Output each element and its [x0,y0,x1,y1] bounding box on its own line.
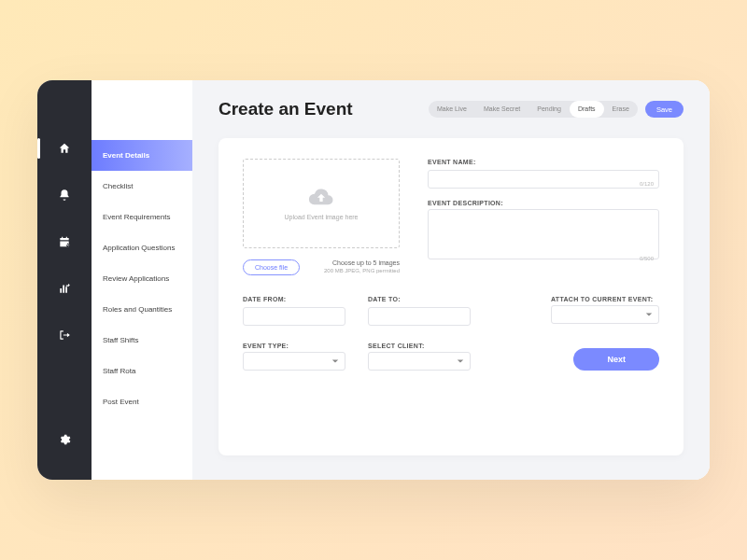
tab-erase[interactable]: Erase [604,101,638,118]
event-name-label: EVENT NAME: [428,159,659,165]
subnav-event-requirements[interactable]: Event Requirements [92,202,192,232]
event-desc-counter: 0/500 [640,256,654,261]
attach-col: ATTACH TO CURRENT EVENT: [551,296,659,326]
gear-icon [58,433,71,446]
upload-hint-sub: 200 MB JPEG, PNG permitted [324,268,400,273]
tab-make-secret[interactable]: Make Secret [475,101,529,118]
event-type-col: EVENT TYPE: [243,343,345,371]
date-from-col: DATE FROM: [243,296,345,326]
date-to-label: DATE TO: [368,296,471,302]
tab-drafts[interactable]: Drafts [570,101,604,118]
event-desc-label: EVENT DESCRIPTION: [428,200,659,206]
chevron-down-icon [457,357,464,365]
date-to-input[interactable] [368,307,471,326]
bar-chart-icon [58,282,71,295]
nav-home[interactable] [37,125,92,172]
tab-pending[interactable]: Pending [529,101,570,118]
choose-file-button[interactable]: Choose file [243,259,300,275]
calendar-icon [58,235,71,248]
iconbar [37,80,92,480]
subnav-roles-quantities[interactable]: Roles and Quantities [92,294,192,325]
upload-hint-text: Choose up to 5 images [332,259,400,266]
nav-notifications[interactable] [37,172,92,218]
content-area: Create an Event Make Live Make Secret Pe… [192,80,710,480]
save-button[interactable]: Save [645,101,684,118]
subnav-checklist[interactable]: Checklist [92,171,192,202]
page-title: Create an Event [218,99,353,119]
action-bar: Make Live Make Secret Pending Drafts Era… [429,101,684,118]
event-name-input[interactable] [428,170,659,189]
subnav: Event Details Checklist Event Requiremen… [92,80,192,480]
bell-icon [58,189,71,202]
fields-column: EVENT NAME: 0/120 EVENT DESCRIPTION: 0/5… [428,159,659,275]
subnav-staff-shifts[interactable]: Staff Shifts [92,325,192,356]
event-name-counter: 0/120 [640,181,654,187]
attach-label: ATTACH TO CURRENT EVENT: [551,296,659,302]
subnav-application-questions[interactable]: Application Questions [92,232,192,263]
cloud-upload-icon [308,188,334,206]
home-icon [58,142,71,155]
subnav-event-details[interactable]: Event Details [92,140,192,171]
form-card: Upload Event image here Choose file Choo… [218,138,684,455]
subnav-review-applications[interactable]: Review Applications [92,263,192,294]
next-button[interactable]: Next [573,348,659,371]
nav-settings[interactable] [37,416,92,463]
chevron-down-icon [645,311,653,318]
date-to-col: DATE TO: [368,296,471,326]
chevron-down-icon [331,357,339,365]
event-type-label: EVENT TYPE: [243,343,345,349]
event-type-select[interactable] [243,352,345,371]
subnav-post-event[interactable]: Post Event [92,386,192,417]
date-from-label: DATE FROM: [243,296,345,302]
select-client-select[interactable] [368,352,471,371]
event-desc-input[interactable] [428,209,659,259]
nav-logout[interactable] [37,312,92,358]
nav-calendar[interactable] [37,218,92,265]
app-window: Event Details Checklist Event Requiremen… [37,80,710,480]
upload-hint: Choose up to 5 images 200 MB JPEG, PNG p… [324,259,400,273]
logout-icon [58,329,71,342]
subnav-staff-rota[interactable]: Staff Rota [92,356,192,386]
select-client-col: SELECT CLIENT: [368,343,471,371]
attach-select[interactable] [551,305,659,324]
tab-make-live[interactable]: Make Live [429,101,475,118]
upload-dropzone[interactable]: Upload Event image here [243,159,400,248]
nav-analytics[interactable] [37,265,92,312]
date-from-input[interactable] [243,307,345,326]
header-row: Create an Event Make Live Make Secret Pe… [218,99,684,119]
upload-placeholder-text: Upload Event image here [285,214,359,220]
upload-column: Upload Event image here Choose file Choo… [243,159,400,275]
status-pill-group: Make Live Make Secret Pending Drafts Era… [429,101,638,118]
select-client-label: SELECT CLIENT: [368,343,471,349]
